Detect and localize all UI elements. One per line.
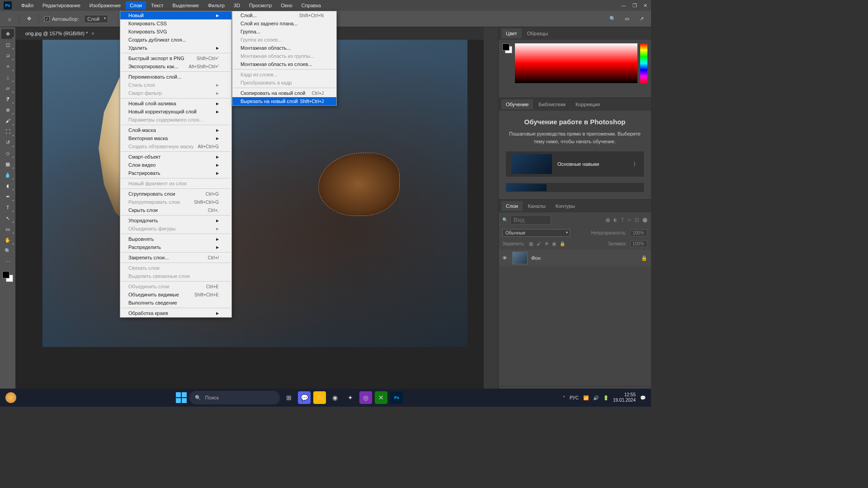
tab-swatches[interactable]: Образцы (523, 28, 552, 38)
menu-фильтр[interactable]: Фильтр (204, 1, 229, 9)
menu-item[interactable]: Смарт-объект▶ (120, 153, 231, 161)
tab-channels[interactable]: Каналы (524, 201, 550, 211)
path-select-tool[interactable]: ↖ (1, 213, 14, 223)
notifications-icon[interactable]: 💬 (640, 395, 646, 400)
tab-learn[interactable]: Обучение (501, 99, 533, 109)
lock-position-icon[interactable]: ✥ (545, 241, 548, 246)
lock-all-icon[interactable]: 🔒 (560, 241, 565, 246)
crop-tool[interactable]: ⟂ (1, 72, 14, 82)
menu-окно[interactable]: Окно (277, 1, 297, 9)
menu-item[interactable]: Экспортировать как...Alt+Shift+Ctrl+' (120, 62, 231, 70)
menu-текст[interactable]: Текст (147, 1, 168, 9)
menu-item[interactable]: Новый▶ (120, 11, 231, 19)
chat-app-icon[interactable]: 💬 (298, 391, 311, 404)
hue-slider[interactable] (640, 43, 647, 83)
zoom-tool[interactable]: 🔍 (1, 246, 14, 256)
volume-icon[interactable]: 🔊 (593, 395, 599, 400)
filter-type-icon[interactable]: T (621, 217, 624, 222)
search-icon[interactable]: 🔍 (609, 15, 617, 23)
menu-item[interactable]: Новый корректирующий слой▶ (120, 108, 231, 116)
fill-field[interactable]: 100% (630, 240, 647, 247)
app-icon[interactable]: ◎ (359, 391, 372, 404)
menu-item[interactable]: Скрыть слоиCtrl+, (120, 206, 231, 214)
hand-tool[interactable]: ✋ (1, 235, 14, 245)
stamp-tool[interactable]: ⛶ (1, 127, 14, 136)
menu-item[interactable]: Слои видео▶ (120, 161, 231, 169)
minimize-icon[interactable]: — (621, 3, 626, 9)
menu-item[interactable]: Быстрый экспорт в PNGShift+Ctrl+' (120, 54, 231, 62)
menu-item[interactable]: Сгруппировать слоиCtrl+G (120, 190, 231, 198)
menu-item[interactable]: Растрировать▶ (120, 169, 231, 177)
color-picker[interactable] (515, 43, 637, 83)
menu-item[interactable]: Удалить▶ (120, 44, 231, 52)
tab-libraries[interactable]: Библиотеки (534, 99, 570, 109)
frame-tool[interactable]: ▱ (1, 83, 14, 93)
rectangle-tool[interactable]: ▭ (1, 224, 14, 234)
lock-artboard-icon[interactable]: ▣ (552, 241, 556, 246)
menu-изображение[interactable]: Изображение (85, 1, 125, 9)
eraser-tool[interactable]: ◇ (1, 148, 14, 158)
menu-слои[interactable]: Слои (126, 1, 146, 9)
autoselect-checkbox[interactable]: ✓Автовыбор: (44, 16, 79, 22)
document-tab[interactable]: orig.jpg @ 157% (RGB/8#) *× (21, 28, 99, 38)
share-icon[interactable]: ↗ (637, 15, 646, 23)
history-brush-tool[interactable]: ↺ (1, 137, 14, 147)
taskbar-search[interactable]: 🔍Поиск (189, 391, 280, 404)
menu-item[interactable]: Распределить▶ (120, 243, 231, 251)
rect-marquee-tool[interactable]: ◻ (1, 40, 14, 50)
photoshop-icon[interactable]: Ps (390, 391, 403, 404)
lasso-tool[interactable]: ⊃ (1, 51, 14, 61)
menu-item[interactable]: Новый слой-заливка▶ (120, 99, 231, 108)
weather-icon[interactable] (5, 392, 16, 403)
home-icon[interactable]: ⌂ (5, 15, 14, 23)
blur-tool[interactable]: 💧 (1, 170, 14, 180)
layer-name[interactable]: Фон (531, 255, 541, 261)
tab-color[interactable]: Цвет (501, 28, 522, 38)
filter-adjust-icon[interactable]: ◐ (613, 217, 618, 222)
lock-icon[interactable]: 🔒 (641, 255, 647, 261)
layer-thumbnail[interactable] (512, 252, 528, 264)
task-view-icon[interactable]: ⊞ (283, 391, 295, 404)
menu-item[interactable]: Монтажная область из слоев... (232, 60, 336, 68)
gradient-tool[interactable]: ▦ (1, 159, 14, 169)
healing-tool[interactable]: ⊕ (1, 105, 14, 115)
lock-paint-icon[interactable]: 🖌 (537, 241, 541, 246)
filter-shape-icon[interactable]: ▱ (627, 217, 631, 222)
menu-item[interactable]: Создать дубликат слоя... (120, 36, 231, 44)
menu-выделение[interactable]: Выделение (169, 1, 203, 9)
move-tool[interactable]: ✥ (1, 29, 14, 39)
brush-tool[interactable]: 🖌 (1, 116, 14, 126)
close-tab-icon[interactable]: × (91, 31, 94, 36)
tab-adjustments[interactable]: Коррекция (571, 99, 604, 109)
layer-row[interactable]: 👁 Фон 🔒 (499, 250, 651, 266)
learn-card[interactable]: Основные навыки 〉 (506, 151, 644, 177)
menu-item[interactable]: Слой-маска▶ (120, 126, 231, 134)
menu-item[interactable]: Группа... (232, 28, 336, 36)
maximize-icon[interactable]: ❐ (632, 3, 637, 9)
menu-3d[interactable]: 3D (230, 1, 244, 9)
tray-chevron-icon[interactable]: ˄ (563, 395, 565, 400)
clock[interactable]: 12:5519.01.2024 (613, 392, 636, 403)
wifi-icon[interactable]: 📶 (583, 395, 589, 400)
type-tool[interactable]: T (1, 202, 14, 212)
magic-wand-tool[interactable]: ✧ (1, 61, 14, 71)
dodge-tool[interactable]: ◖ (1, 181, 14, 191)
pen-tool[interactable]: ✒ (1, 192, 14, 202)
filter-toggle-icon[interactable]: ⬤ (642, 217, 647, 222)
autoselect-dropdown[interactable]: Слой (84, 15, 108, 23)
tab-layers[interactable]: Слои (501, 201, 523, 211)
chrome-icon[interactable]: ◉ (329, 391, 341, 404)
menu-item[interactable]: Переименовать слой... (120, 73, 231, 81)
language-indicator[interactable]: РУС (570, 395, 579, 400)
app-icon[interactable]: ✦ (344, 391, 357, 404)
collapsed-panel-strip[interactable] (484, 27, 498, 398)
menu-item[interactable]: Выровнять▶ (120, 235, 231, 243)
edit-toolbar-tool[interactable]: ⋯ (1, 257, 14, 267)
eyedropper-tool[interactable]: ⁋ (1, 94, 14, 104)
workspace-icon[interactable]: ▭ (623, 15, 631, 23)
menu-item[interactable]: Скопировать на новый слойCtrl+J (232, 89, 336, 97)
color-swatch[interactable] (2, 271, 13, 282)
menu-item[interactable]: Закрепить слои...Ctrl+/ (120, 253, 231, 262)
battery-icon[interactable]: 🔋 (603, 395, 609, 400)
start-button[interactable] (176, 392, 187, 403)
